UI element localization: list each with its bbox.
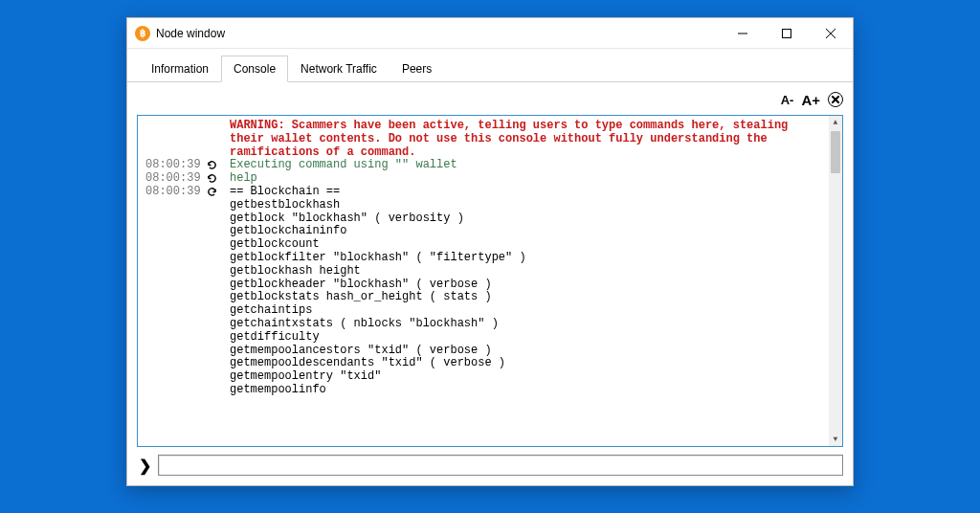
node-window: ฿ Node window Information Console Networ… [126,17,854,486]
bitcoin-icon: ฿ [135,26,150,41]
clear-console-button[interactable] [828,92,843,107]
window-title: Node window [156,27,225,40]
timestamp: 08:00:39 [142,186,207,199]
console-text: == Blockchain == getbestblockhash getblo… [230,186,825,397]
minimize-button[interactable] [721,18,765,49]
console-line: 08:00:39 Executing command using "" wall… [142,159,825,172]
line-icon [207,120,230,121]
scroll-down-icon[interactable]: ▼ [829,433,842,446]
titlebar[interactable]: ฿ Node window [127,18,853,49]
console-output[interactable]: WARNING: Scammers have been active, tell… [137,115,843,447]
console-text: help [230,172,825,186]
close-icon [832,96,839,103]
reply-in-icon [207,186,230,197]
command-row: ❯ [137,455,843,476]
console-line: 08:00:39 help [142,172,825,186]
refresh-icon [207,159,230,170]
window-controls [721,18,853,49]
timestamp: 08:00:39 [142,159,207,172]
timestamp: 08:00:39 [142,172,207,186]
console-text: Executing command using "" wallet [230,159,825,172]
tab-content: A- A+ WARNING: Scammers have been active… [127,82,853,485]
tab-information[interactable]: Information [139,56,221,82]
tab-network-traffic[interactable]: Network Traffic [288,56,390,82]
svg-rect-1 [783,29,791,37]
warning-text: WARNING: Scammers have been active, tell… [230,120,825,159]
console-line: WARNING: Scammers have been active, tell… [142,120,825,159]
refresh-icon [207,172,230,184]
scroll-up-icon[interactable]: ▲ [829,116,842,129]
console-line: 08:00:39 == Blockchain == getbestblockha… [142,186,825,397]
close-button[interactable] [809,18,853,49]
tabs: Information Console Network Traffic Peer… [127,55,853,82]
command-input[interactable] [158,455,843,476]
scrollbar[interactable]: ▲ ▼ [829,116,842,446]
tab-console[interactable]: Console [221,56,288,82]
scroll-thumb[interactable] [831,131,840,173]
console-inner: WARNING: Scammers have been active, tell… [138,116,829,446]
font-increase-button[interactable]: A+ [801,92,820,108]
prompt-icon: ❯ [137,457,152,475]
font-decrease-button[interactable]: A- [781,93,794,107]
console-toolbar: A- A+ [137,88,843,111]
tab-peers[interactable]: Peers [390,56,444,82]
maximize-button[interactable] [765,18,809,49]
